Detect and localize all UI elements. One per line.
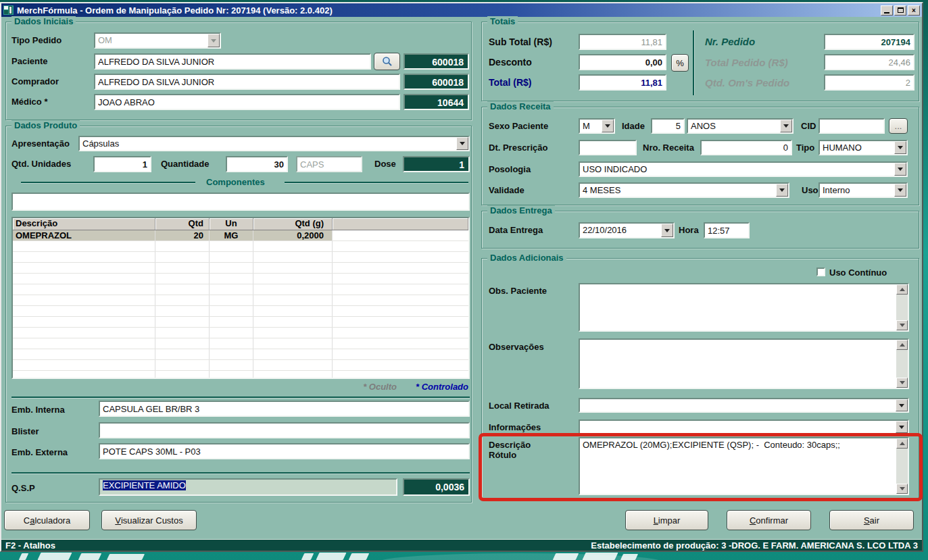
quantidade-unit-input[interactable]: [296, 156, 362, 172]
uso-select[interactable]: Interno: [819, 182, 908, 198]
sexo-select[interactable]: M: [579, 118, 615, 134]
paciente-input[interactable]: [94, 53, 371, 70]
table-row: [13, 371, 468, 379]
comprador-code-field: 600018: [404, 74, 469, 90]
table-cell: [253, 371, 333, 379]
local-retirada-select[interactable]: [579, 398, 909, 413]
uso-continuo-checkbox[interactable]: [816, 268, 825, 276]
divider: [11, 472, 470, 474]
table-cell: [155, 371, 210, 379]
emb-interna-input[interactable]: [99, 401, 470, 417]
informacoes-select[interactable]: [579, 419, 909, 434]
blister-input[interactable]: [99, 422, 470, 438]
scroll-down-button[interactable]: [896, 378, 908, 388]
column-header[interactable]: Qtd (g): [253, 218, 333, 230]
column-header[interactable]: Un: [210, 218, 253, 230]
group-dados-produto: Dados Produto Apresentação Cápsulas Qtd.…: [5, 126, 472, 503]
status-right: Estabelecimento de produção: 3 -DROG. E …: [591, 540, 918, 551]
emb-externa-input[interactable]: [99, 443, 470, 459]
quantidade-input[interactable]: [226, 156, 288, 172]
column-header[interactable]: Descrição: [13, 218, 155, 230]
group-title: Dados Receita: [487, 101, 554, 111]
table-cell: [155, 295, 210, 305]
confirmar-button[interactable]: Confirmar: [727, 510, 811, 530]
scroll-up-button[interactable]: [896, 284, 908, 295]
medico-label: Médico *: [11, 97, 47, 107]
apresentacao-select[interactable]: Cápsulas: [78, 136, 470, 151]
table-cell: [155, 360, 210, 370]
qsp-selected-text: EXCIPIENTE AMIDO: [103, 480, 186, 490]
dt-prescricao-input[interactable]: [579, 140, 637, 155]
table-cell: [210, 252, 253, 262]
table-cell: [155, 317, 210, 327]
descricao-rotulo-label: Descrição Rótulo: [489, 440, 531, 460]
scrollbar[interactable]: [896, 438, 908, 494]
cid-input[interactable]: [819, 118, 885, 134]
table-cell: [253, 284, 333, 295]
table-cell: [210, 317, 253, 327]
hora-label: Hora: [679, 225, 699, 235]
medico-input[interactable]: [94, 94, 400, 110]
scroll-up-button[interactable]: [896, 340, 908, 350]
component-search-input[interactable]: [11, 193, 470, 211]
table-cell: [155, 241, 210, 251]
qtd-unidades-input[interactable]: [93, 156, 151, 172]
idade-input[interactable]: [651, 118, 685, 134]
comprador-input[interactable]: [94, 74, 400, 90]
divider: [21, 182, 195, 183]
table-cell: 0,2000: [253, 230, 333, 240]
visualizar-custos-button[interactable]: Visualizar Custos: [101, 510, 197, 530]
nro-receita-input[interactable]: [700, 140, 792, 155]
scroll-down-button[interactable]: [896, 320, 908, 330]
minimize-button[interactable]: [881, 5, 893, 16]
cid-lookup-button[interactable]: ...: [889, 118, 908, 134]
table-cell: [155, 328, 210, 338]
table-row: [13, 263, 468, 274]
oculto-legend: * Oculto: [363, 382, 397, 392]
desconto-label: Desconto: [489, 57, 532, 68]
scroll-up-button[interactable]: [896, 438, 908, 449]
group-dados-iniciais: Dados Iniciais Tipo Pedido OM Paciente 6…: [5, 22, 472, 120]
table-row[interactable]: OMEPRAZOL20MG0,2000: [13, 230, 468, 241]
chevron-down-icon: [207, 34, 220, 47]
table-cell: [155, 284, 210, 295]
limpar-button[interactable]: Limpar: [625, 510, 708, 530]
close-button[interactable]: ×: [908, 5, 920, 16]
total-label: Total (R$): [489, 77, 532, 88]
column-header[interactable]: Qtd: [155, 218, 210, 230]
obs-paciente-textarea[interactable]: [579, 283, 909, 332]
scrollbar[interactable]: [896, 284, 908, 330]
qsp-input[interactable]: EXCIPIENTE AMIDO: [99, 478, 397, 496]
table-cell: [333, 263, 468, 273]
idade-unit-select[interactable]: ANOS: [687, 118, 793, 134]
data-entrega-select[interactable]: 22/10/2016: [579, 222, 675, 238]
group-title: Dados Adicionais: [487, 253, 566, 263]
scroll-down-button[interactable]: [896, 484, 908, 494]
percent-button[interactable]: %: [671, 54, 689, 72]
sair-button[interactable]: Sair: [829, 510, 914, 530]
tipo-pedido-select[interactable]: OM: [94, 32, 221, 49]
desconto-input[interactable]: [579, 54, 666, 70]
obs-paciente-label: Obs. Paciente: [489, 286, 547, 296]
client-area: Dados Iniciais Tipo Pedido OM Paciente 6…: [1, 17, 922, 551]
observacoes-textarea[interactable]: [579, 338, 909, 389]
descricao-rotulo-textarea[interactable]: OMEPRAZOL (20MG);EXCIPIENTE (QSP); - Con…: [579, 437, 909, 495]
tipo-select[interactable]: HUMANO: [819, 140, 908, 155]
group-totais: Totais Sub Total (R$) Desconto % Total (…: [481, 22, 919, 101]
maximize-button[interactable]: [894, 5, 906, 16]
scrollbar[interactable]: [896, 340, 908, 388]
calculadora-button[interactable]: Calculadora: [4, 510, 90, 530]
paciente-search-button[interactable]: [374, 53, 400, 70]
table-cell: [13, 274, 155, 284]
group-dados-entrega: Dados Entrega Data Entrega 22/10/2016 Ho…: [481, 211, 919, 249]
hora-input[interactable]: [704, 222, 750, 238]
table-cell: [13, 338, 155, 349]
table-cell: [210, 263, 253, 273]
posologia-select[interactable]: USO INDICADO: [579, 161, 908, 177]
chevron-down-icon: [456, 137, 468, 150]
validade-select[interactable]: 4 MESES: [579, 182, 789, 198]
table-cell: [210, 338, 253, 349]
nr-pedido-label: Nr. Pedido: [705, 36, 755, 47]
table-cell: [333, 317, 468, 327]
table-row: [13, 317, 468, 328]
